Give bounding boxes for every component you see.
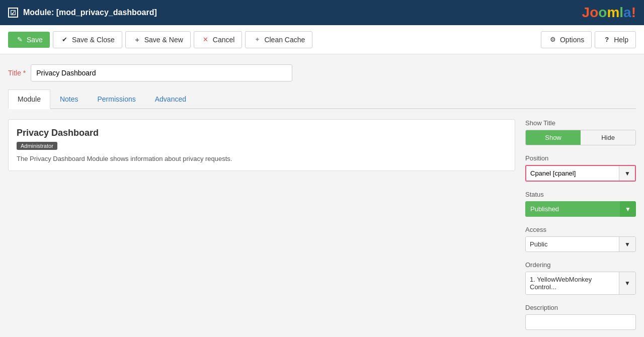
checkbox-icon: ☑	[8, 8, 18, 18]
help-label: Help	[614, 36, 628, 44]
plus-icon	[133, 35, 142, 44]
ordering-dropdown: 1. YellowWebMonkey Control... ▼	[525, 272, 636, 295]
status-value: Published	[525, 201, 620, 217]
cancel-label: Cancel	[213, 36, 235, 44]
module-info-title: Privacy Dashboard	[17, 128, 507, 138]
save-close-button[interactable]: Save & Close	[53, 31, 122, 48]
title-row: Title *	[8, 64, 636, 81]
description-group: Description	[525, 304, 636, 330]
cancel-button[interactable]: Cancel	[194, 31, 243, 48]
content-area: Title * Module Notes Permissions Advance…	[0, 54, 644, 337]
main-split: Privacy Dashboard Administrator The Priv…	[8, 119, 636, 337]
status-group: Status Published ▼	[525, 191, 636, 217]
position-field: ▼	[525, 165, 636, 182]
tab-permissions[interactable]: Permissions	[88, 90, 145, 109]
toolbar-right: Options Help	[541, 31, 636, 48]
options-label: Options	[560, 36, 584, 44]
help-button[interactable]: Help	[595, 31, 636, 48]
ordering-value: 1. YellowWebMonkey Control...	[526, 272, 619, 294]
tab-advanced[interactable]: Advanced	[145, 90, 196, 109]
flash-icon	[253, 35, 262, 44]
clean-cache-label: Clean Cache	[264, 36, 305, 44]
description-label: Description	[525, 304, 636, 311]
access-dropdown-btn[interactable]: ▼	[619, 237, 635, 251]
module-info-box: Privacy Dashboard Administrator The Priv…	[8, 119, 515, 171]
show-title-label: Show Title	[525, 119, 636, 127]
status-label: Status	[525, 191, 636, 198]
description-input[interactable]	[525, 314, 636, 330]
save-button[interactable]: Save	[8, 32, 50, 48]
save-label: Save	[27, 36, 43, 44]
save-new-button[interactable]: Save & New	[125, 31, 191, 48]
admin-badge: Administrator	[17, 142, 57, 150]
required-marker: *	[23, 69, 26, 77]
position-dropdown-btn[interactable]: ▼	[619, 166, 635, 181]
gear-icon	[548, 35, 557, 44]
joomla-logo: Joomla!	[582, 5, 636, 21]
ordering-label: Ordering	[525, 261, 636, 269]
access-group: Access Public ▼	[525, 226, 636, 252]
tab-module[interactable]: Module	[8, 90, 50, 109]
toolbar: Save Save & Close Save & New Cancel Clea…	[0, 25, 644, 54]
clean-cache-button[interactable]: Clean Cache	[245, 31, 312, 48]
tab-notes[interactable]: Notes	[50, 90, 88, 109]
show-button[interactable]: Show	[526, 130, 581, 145]
access-label: Access	[525, 226, 636, 233]
ordering-dropdown-btn[interactable]: ▼	[619, 272, 635, 294]
logo-symbol: Joomla!	[582, 5, 636, 21]
show-title-group: Show Title Show Hide	[525, 119, 636, 145]
ordering-group: Ordering 1. YellowWebMonkey Control... ▼	[525, 261, 636, 295]
title-input[interactable]	[31, 64, 292, 81]
status-dropdown-btn[interactable]: ▼	[620, 201, 636, 217]
status-select: Published ▼	[525, 201, 636, 217]
module-description: The Privacy Dashboard Module shows infor…	[17, 155, 507, 162]
x-icon	[201, 35, 210, 44]
left-panel: Privacy Dashboard Administrator The Priv…	[8, 119, 515, 337]
position-group: Position ▼	[525, 154, 636, 182]
module-title-header: Module: [mod_privacy_dashboard]	[23, 8, 157, 17]
toolbar-left: Save Save & Close Save & New Cancel Clea…	[8, 31, 312, 48]
top-bar: ☑ Module: [mod_privacy_dashboard] Joomla…	[0, 0, 644, 25]
position-label: Position	[525, 154, 636, 162]
right-panel: Show Title Show Hide Position ▼ Status P…	[525, 119, 636, 337]
hide-button[interactable]: Hide	[581, 130, 635, 145]
access-dropdown: Public ▼	[525, 236, 636, 252]
position-input[interactable]	[526, 166, 619, 181]
tabs: Module Notes Permissions Advanced	[8, 90, 636, 109]
options-button[interactable]: Options	[541, 31, 592, 48]
save-close-label: Save & Close	[72, 36, 115, 44]
check-icon	[60, 35, 69, 44]
access-value: Public	[526, 237, 619, 251]
top-bar-left: ☑ Module: [mod_privacy_dashboard]	[8, 8, 157, 18]
save-icon	[15, 35, 24, 44]
show-title-toggle: Show Hide	[525, 130, 636, 145]
save-new-label: Save & New	[144, 36, 183, 44]
question-icon	[602, 35, 611, 44]
title-label: Title *	[8, 69, 26, 77]
